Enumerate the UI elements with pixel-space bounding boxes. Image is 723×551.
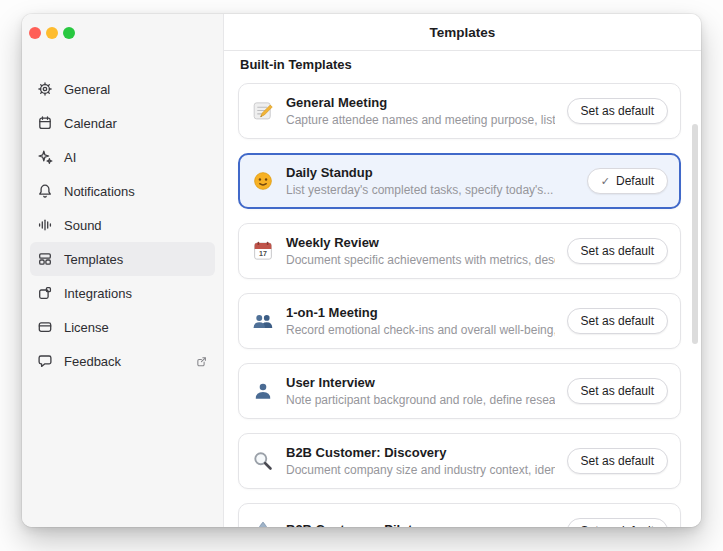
sidebar-item-label: Sound [64, 218, 102, 233]
sidebar-item-label: Templates [64, 252, 123, 267]
sidebar-item-label: General [64, 82, 110, 97]
set-default-button[interactable]: Set as default [567, 378, 668, 404]
template-description: Document company size and industry conte… [286, 463, 555, 477]
sidebar-item-label: Notifications [64, 184, 135, 199]
calendar17-icon [252, 240, 274, 262]
zoom-button[interactable] [63, 27, 75, 39]
sidebar-item-ai[interactable]: AI [30, 140, 215, 174]
integrations-icon [37, 285, 53, 301]
calendar-icon [37, 115, 53, 131]
section-heading: Built-in Templates [240, 57, 681, 73]
sidebar-item-notifications[interactable]: Notifications [30, 174, 215, 208]
template-list: General Meeting Capture attendee names a… [238, 83, 681, 527]
sidebar-item-label: Feedback [64, 354, 121, 369]
sidebar-item-general[interactable]: General [30, 72, 215, 106]
templates-icon [37, 251, 53, 267]
template-title: B2B Customer: Discovery [286, 445, 555, 460]
external-link-icon [195, 355, 208, 368]
sidebar-item-feedback[interactable]: Feedback [30, 344, 215, 378]
set-default-button[interactable]: Set as default [567, 98, 668, 124]
gear-icon [37, 81, 53, 97]
set-default-button[interactable]: Set as default [567, 238, 668, 264]
templates-scroll-area: Built-in Templates General Meeting Captu… [224, 51, 701, 527]
sound-icon [37, 217, 53, 233]
minimize-button[interactable] [46, 27, 58, 39]
titlebar: Templates [224, 14, 701, 51]
template-card[interactable]: User Interview Note participant backgrou… [238, 363, 681, 419]
template-card[interactable]: Daily Standup List yesterday's completed… [238, 153, 681, 209]
memo-icon [252, 100, 274, 122]
content-pane: Templates Built-in Templates General Mee… [224, 14, 701, 527]
template-title: B2B Customer: Pilot [286, 522, 555, 527]
template-title: Daily Standup [286, 165, 575, 180]
template-description: Record emotional check-ins and overall w… [286, 323, 555, 337]
feedback-icon [37, 353, 53, 369]
license-icon [37, 319, 53, 335]
template-card[interactable]: B2B Customer: Discovery Document company… [238, 433, 681, 489]
template-card[interactable]: General Meeting Capture attendee names a… [238, 83, 681, 139]
sidebar-item-integrations[interactable]: Integrations [30, 276, 215, 310]
template-card[interactable]: 1-on-1 Meeting Record emotional check-in… [238, 293, 681, 349]
check-icon: ✓ [601, 175, 610, 188]
magnifier-icon [252, 450, 274, 472]
default-button[interactable]: ✓ Default [587, 168, 668, 194]
template-description: Document specific achievements with metr… [286, 253, 555, 267]
template-title: Weekly Review [286, 235, 555, 250]
sidebar-item-sound[interactable]: Sound [30, 208, 215, 242]
bell-icon [37, 183, 53, 199]
scrollbar-thumb[interactable] [692, 124, 698, 344]
smiley-icon [252, 170, 274, 192]
template-title: 1-on-1 Meeting [286, 305, 555, 320]
sidebar-item-templates[interactable]: Templates [30, 242, 215, 276]
sidebar-nav: General Calendar AI Notifications Sound … [22, 39, 223, 378]
sidebar: General Calendar AI Notifications Sound … [22, 14, 224, 527]
window-controls [22, 14, 223, 39]
template-description: Note participant background and role, de… [286, 393, 555, 407]
set-default-button[interactable]: Set as default [567, 448, 668, 474]
sidebar-item-label: License [64, 320, 109, 335]
screen: General Calendar AI Notifications Sound … [0, 0, 723, 551]
sidebar-item-calendar[interactable]: Calendar [30, 106, 215, 140]
sidebar-item-label: Integrations [64, 286, 132, 301]
rocket-icon [252, 520, 274, 527]
template-description: List yesterday's completed tasks, specif… [286, 183, 575, 197]
set-default-button[interactable]: Set as default [567, 308, 668, 334]
template-title: User Interview [286, 375, 555, 390]
template-title: General Meeting [286, 95, 555, 110]
close-button[interactable] [29, 27, 41, 39]
sidebar-item-license[interactable]: License [30, 310, 215, 344]
person-icon [252, 380, 274, 402]
sparkles-icon [37, 149, 53, 165]
template-card[interactable]: B2B Customer: Pilot Set as default [238, 503, 681, 527]
template-description: Capture attendee names and meeting purpo… [286, 113, 555, 127]
settings-window: General Calendar AI Notifications Sound … [22, 14, 701, 527]
page-title: Templates [430, 25, 496, 40]
template-card[interactable]: Weekly Review Document specific achievem… [238, 223, 681, 279]
set-default-button[interactable]: Set as default [567, 518, 668, 527]
sidebar-item-label: AI [64, 150, 76, 165]
people-icon [252, 310, 274, 332]
sidebar-item-label: Calendar [64, 116, 117, 131]
